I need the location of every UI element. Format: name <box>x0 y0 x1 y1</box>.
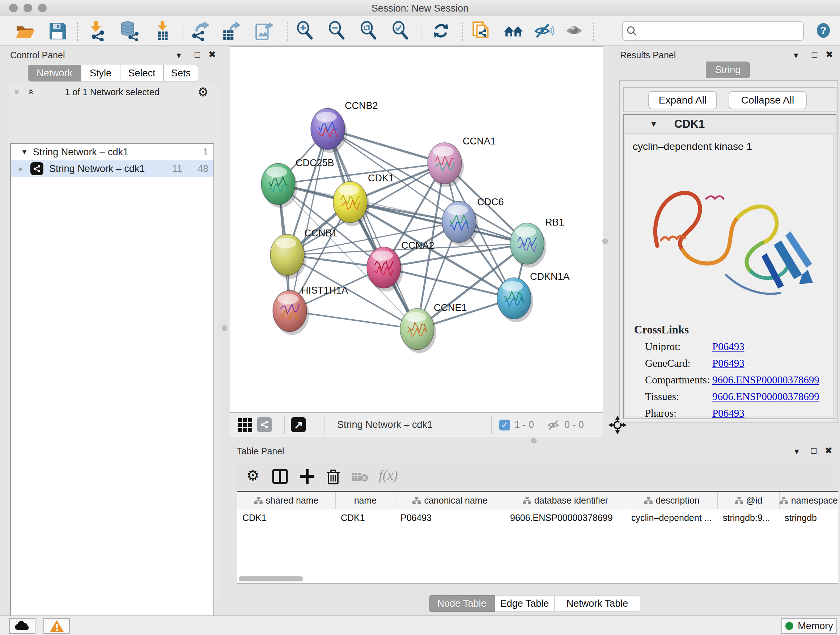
tab-sets[interactable]: Sets <box>164 65 198 81</box>
tab-network-table[interactable]: Network Table <box>554 595 640 612</box>
node-label-CDC25B: CDC25B <box>295 157 334 168</box>
refresh-button[interactable] <box>430 20 452 42</box>
network-edge[interactable] <box>328 129 417 329</box>
panel-collapse-icon[interactable]: ▾ <box>794 447 799 456</box>
tab-edge-table[interactable]: Edge Table <box>495 595 554 612</box>
save-session-button[interactable] <box>46 20 69 42</box>
network-node-CCNE1[interactable]: CCNE1 <box>400 302 467 353</box>
protein-section-header[interactable]: ▼ CDK1 <box>624 115 836 134</box>
table-horizontal-scrollbar[interactable] <box>239 576 303 581</box>
expand-all-button[interactable]: Expand All <box>648 91 717 109</box>
table-settings-gear-icon[interactable]: ⚙ <box>246 467 259 484</box>
network-collection-row[interactable]: ▼ String Network – cdk1 1 <box>11 144 213 160</box>
network-node-CDKN1A[interactable]: CDKN1A <box>497 271 570 322</box>
network-options-gear-icon[interactable]: ⚙ <box>197 85 208 99</box>
panel-float-icon[interactable]: □ <box>811 446 816 455</box>
column-header[interactable]: database identifier <box>505 492 626 509</box>
show-eye-button[interactable] <box>563 20 585 42</box>
panel-collapse-icon[interactable]: ▾ <box>177 51 181 60</box>
show-columns-icon[interactable] <box>272 469 288 485</box>
network-graph[interactable]: CCNB2CCNA1CDC25BCDK1CDC6RB1CCNB1CCNA2CDK… <box>230 47 603 412</box>
search-box <box>622 21 804 41</box>
network-node-CDK1[interactable]: CDK1 <box>333 173 394 226</box>
crosslink-label: Pharos: <box>645 407 712 419</box>
tab-select[interactable]: Select <box>120 65 164 81</box>
network-node-CDC6[interactable]: CDC6 <box>442 196 504 246</box>
tree-expand-icon[interactable]: ▼ <box>21 148 28 156</box>
network-label: String Network – cdk1 <box>49 163 172 174</box>
panel-collapse-icon[interactable]: ▾ <box>794 51 798 60</box>
tab-style[interactable]: Style <box>81 65 120 81</box>
vertical-splitter-handle[interactable] <box>222 325 227 331</box>
column-header[interactable]: description <box>626 492 718 509</box>
main-toolbar: ? <box>0 16 840 46</box>
crosslink-genecard[interactable]: P06493 <box>712 357 833 369</box>
toolbar-divider <box>542 416 542 434</box>
panel-close-icon[interactable]: ✖ <box>208 50 216 59</box>
network-canvas[interactable]: CCNB2CCNA1CDC25BCDK1CDC6RB1CCNB1CCNA2CDK… <box>230 46 603 413</box>
protein-description: cyclin–dependent kinase 1 <box>626 135 833 152</box>
column-header[interactable]: name <box>336 492 395 509</box>
panel-float-icon[interactable]: □ <box>812 50 817 59</box>
column-header[interactable]: shared name <box>237 492 336 509</box>
two-houses-icon <box>503 21 523 41</box>
section-collapse-icon[interactable]: ▼ <box>650 119 658 129</box>
crosslink-uniprot[interactable]: P06493 <box>712 340 833 353</box>
help-button[interactable]: ? <box>813 21 834 41</box>
zoom-out-button[interactable] <box>325 20 348 42</box>
network-share-icon[interactable] <box>257 417 272 432</box>
export-network-icon <box>190 21 210 41</box>
zoom-in-button[interactable] <box>294 20 316 42</box>
panel-float-icon[interactable]: □ <box>195 50 200 59</box>
open-session-button[interactable] <box>14 20 36 42</box>
canvas-results-splitter-handle[interactable] <box>602 239 608 244</box>
control-panel-title: Control Panel <box>10 50 65 60</box>
birds-eye-grid-icon[interactable] <box>238 418 252 432</box>
node-label-CCNE1: CCNE1 <box>434 302 467 313</box>
export-network-button[interactable] <box>189 20 211 42</box>
network-row[interactable]: ● String Network – cdk1 11 48 <box>11 160 213 177</box>
attribute-icon <box>254 496 263 504</box>
protein-details: cyclin–dependent kinase 1 CrossLinks Uni… <box>626 135 834 416</box>
import-network-button[interactable] <box>85 20 108 42</box>
zoom-selected-button[interactable] <box>389 20 412 42</box>
hidden-eye-slash-icon[interactable] <box>547 419 561 431</box>
export-table-button[interactable] <box>220 20 242 42</box>
tab-network[interactable]: Network <box>28 65 81 81</box>
selected-checkbox-icon[interactable]: ✓ <box>499 420 510 431</box>
crosslink-pharos[interactable]: P06493 <box>712 407 833 419</box>
delete-column-trash-icon[interactable] <box>325 468 341 485</box>
import-table-button[interactable] <box>151 20 174 42</box>
hide-selected-button[interactable] <box>532 20 555 42</box>
table-row[interactable]: CDK1 CDK1 P06493 9606.ENSP00000378699 cy… <box>237 509 838 526</box>
zoom-fit-button[interactable] <box>357 20 380 42</box>
network-edge[interactable] <box>290 129 328 311</box>
network-node-count: 11 <box>172 163 182 174</box>
crosslink-tissues[interactable]: 9606.ENSP00000378699 <box>712 391 833 402</box>
crosslink-compartments[interactable]: 9606.ENSP00000378699 <box>712 374 833 386</box>
export-image-button[interactable] <box>253 20 275 42</box>
panel-close-icon[interactable]: ✖ <box>825 446 832 455</box>
neighborhood-button[interactable] <box>502 20 524 42</box>
network-node-HIST1H1A[interactable]: HIST1H1A <box>273 285 348 335</box>
tab-string[interactable]: String <box>706 62 750 78</box>
cloud-status-button[interactable] <box>9 618 35 634</box>
column-header[interactable]: namespace <box>780 492 838 509</box>
create-column-plus-icon[interactable] <box>299 469 315 485</box>
search-input[interactable] <box>641 25 803 37</box>
duplicate-network-button[interactable] <box>470 20 493 42</box>
warning-status-button[interactable] <box>43 618 70 634</box>
tab-node-table[interactable]: Node Table <box>429 595 495 612</box>
column-header[interactable]: @id <box>718 492 780 509</box>
network-node-RB1[interactable]: RB1 <box>510 217 564 268</box>
column-header[interactable]: canonical name <box>395 492 505 509</box>
network-node-CCNB2[interactable]: CCNB2 <box>311 100 378 153</box>
crosslink-label: GeneCard: <box>645 357 712 369</box>
network-node-CDC25B[interactable]: CDC25B <box>261 157 334 208</box>
import-network-from-database-button[interactable] <box>118 20 141 42</box>
panel-close-icon[interactable]: ✖ <box>826 50 833 59</box>
collapse-all-button[interactable]: Collapse All <box>729 91 807 109</box>
attribute-icon <box>735 496 744 504</box>
memory-button[interactable]: Memory <box>782 618 837 634</box>
open-in-window-icon[interactable]: ↗ <box>291 417 306 432</box>
